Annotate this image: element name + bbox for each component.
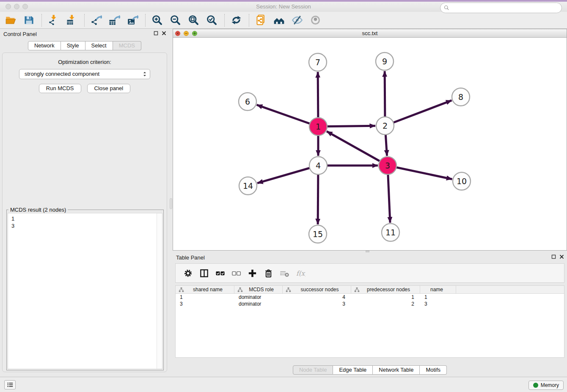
graph-node-15[interactable]: 15	[309, 225, 327, 243]
column-header-predecessor-nodes[interactable]: predecessor nodes	[351, 286, 420, 293]
deselect-all-button[interactable]	[230, 267, 242, 279]
houses-button[interactable]	[272, 13, 286, 28]
graph-edge-3-1[interactable]	[327, 131, 388, 166]
tab-motifs[interactable]: Motifs	[420, 365, 447, 375]
tab-select[interactable]: Select	[85, 41, 113, 50]
table-cell[interactable]: 4	[283, 294, 351, 300]
graph-node-label: 7	[315, 58, 320, 67]
trash-button[interactable]	[262, 267, 275, 279]
houses-icon	[273, 14, 285, 26]
close-panel-button[interactable]: Close panel	[87, 84, 131, 93]
import-table-button[interactable]	[64, 13, 79, 28]
export-table-button[interactable]	[107, 13, 121, 28]
zoom-out-button[interactable]	[168, 13, 182, 28]
function-icon	[296, 268, 306, 278]
column-header-name[interactable]: name	[420, 286, 456, 293]
table-cell[interactable]: 1	[176, 294, 234, 300]
optimization-criterion-dropdown[interactable]: strongly connected component	[19, 69, 150, 79]
column-header-MCDS-role[interactable]: MCDS role	[234, 286, 283, 293]
graph-node-2[interactable]: 2	[376, 117, 394, 135]
task-history-button[interactable]	[4, 380, 16, 389]
float-panel-icon[interactable]	[551, 254, 556, 259]
search-icon	[443, 5, 450, 11]
tab-network[interactable]: Network	[28, 41, 61, 50]
open-folder-icon	[5, 14, 17, 26]
open-folder-button[interactable]	[3, 13, 18, 28]
application-window: Session: New Session Control Panel Netwo…	[0, 0, 567, 392]
zoom-selected-button[interactable]	[204, 13, 219, 28]
network-canvas[interactable]: 7968124314101511	[173, 38, 567, 250]
export-network-button[interactable]	[89, 13, 103, 28]
memory-button[interactable]: Memory	[528, 381, 564, 390]
table-cell[interactable]: 3	[176, 301, 234, 307]
table-cell[interactable]: 3	[420, 301, 456, 307]
vertical-splitter-handle[interactable]	[170, 198, 172, 209]
new-network-from-selection-button[interactable]	[253, 13, 268, 28]
table-cell[interactable]: dominator	[234, 294, 283, 300]
import-network-icon	[48, 14, 59, 26]
table-cell[interactable]: 1	[351, 294, 420, 300]
search-input[interactable]	[450, 4, 561, 12]
delete-table-button[interactable]	[278, 267, 291, 279]
select-all-button[interactable]	[214, 267, 226, 279]
search-box[interactable]	[440, 3, 562, 13]
result-scrollbar[interactable]	[157, 213, 162, 369]
table-row[interactable]: 3dominator323	[176, 301, 564, 307]
close-panel-icon[interactable]	[161, 30, 167, 36]
tab-mcds[interactable]: MCDS	[113, 41, 141, 50]
tab-node-table[interactable]: Node Table	[293, 365, 333, 375]
graph-node-14[interactable]: 14	[239, 177, 257, 195]
vertical-splitter[interactable]	[169, 29, 173, 377]
tab-network-table[interactable]: Network Table	[373, 365, 420, 375]
graph-edge-1-6[interactable]	[257, 105, 318, 127]
table-cell[interactable]: dominator	[234, 301, 283, 307]
graph-node-11[interactable]: 11	[382, 224, 399, 241]
graph-edge-2-8[interactable]	[385, 100, 451, 126]
tab-edge-table[interactable]: Edge Table	[333, 365, 373, 375]
close-panel-icon[interactable]	[559, 254, 564, 259]
graph-node-9[interactable]: 9	[376, 52, 394, 70]
gear-button[interactable]	[182, 267, 194, 279]
graph-node-label: 6	[245, 97, 250, 106]
export-table-icon	[109, 14, 120, 26]
table-row[interactable]: 1dominator411	[176, 294, 564, 301]
column-header-label: successor nodes	[291, 287, 351, 293]
mcds-result-area[interactable]: 13	[8, 213, 162, 369]
column-header-successor-nodes[interactable]: successor nodes	[283, 286, 351, 293]
graph-node-7[interactable]: 7	[309, 53, 327, 71]
eye-slash-button[interactable]	[290, 13, 304, 28]
zoom-fit-button[interactable]	[186, 13, 201, 28]
import-network-button[interactable]	[46, 13, 61, 28]
columns-button[interactable]	[198, 267, 210, 279]
table-tabs: Node TableEdge TableNetwork TableMotifs	[173, 365, 567, 375]
mcds-result-node: 1	[11, 215, 162, 222]
column-header-shared-name[interactable]: shared name	[176, 286, 234, 293]
graph-node-label: 9	[382, 57, 387, 66]
table-cell[interactable]: 1	[420, 294, 456, 300]
graph-node-6[interactable]: 6	[239, 93, 256, 110]
graph-node-3[interactable]: 3	[379, 157, 396, 174]
float-panel-icon[interactable]	[153, 30, 159, 36]
graph-node-10[interactable]: 10	[453, 172, 471, 190]
export-image-button[interactable]	[125, 13, 140, 28]
eye-button[interactable]	[308, 13, 322, 28]
refresh-icon	[231, 14, 242, 26]
tab-style[interactable]: Style	[61, 41, 85, 50]
graph-edge-3-10[interactable]	[388, 166, 452, 179]
org-icon	[286, 287, 291, 293]
network-window-titlebar[interactable]: scc.txt	[173, 29, 567, 38]
graph-edge-4-14[interactable]	[257, 166, 318, 183]
run-mcds-button[interactable]: Run MCDS	[39, 84, 81, 93]
graph-node-1[interactable]: 1	[309, 118, 327, 135]
zoom-in-button[interactable]	[150, 13, 164, 28]
save-button[interactable]	[22, 13, 36, 28]
table-cell[interactable]: 2	[351, 301, 420, 307]
main-toolbar	[0, 12, 567, 29]
add-button[interactable]	[246, 267, 259, 279]
refresh-button[interactable]	[229, 13, 243, 28]
graph-node-label: 3	[385, 161, 390, 170]
graph-node-8[interactable]: 8	[452, 88, 470, 106]
table-cell[interactable]: 3	[283, 301, 351, 307]
function-button[interactable]	[294, 267, 307, 279]
graph-node-4[interactable]: 4	[309, 157, 327, 174]
